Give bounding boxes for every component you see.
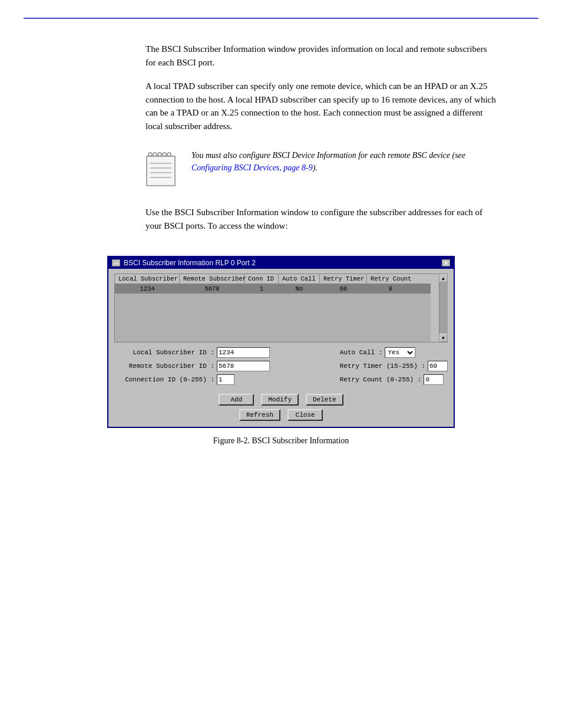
- note-link[interactable]: Configuring BSCI Devices, page 8-9: [191, 163, 313, 172]
- close-title-button[interactable]: ✕: [442, 259, 450, 266]
- table-inner: Local Subscriber Remote Subscriber Conn …: [115, 274, 431, 342]
- button-row-2: Refresh Close: [114, 409, 448, 421]
- form-row-conn: Connection ID (0-255) :: [114, 374, 270, 385]
- form-left-col: Local Subscriber ID : Remote Subscriber …: [114, 347, 270, 388]
- form-row-remote: Remote Subscriber ID :: [114, 361, 270, 371]
- content-area: The BSCI Subscriber Information window p…: [16, 42, 546, 232]
- empty-table-area: [115, 294, 431, 342]
- col-header-auto: Auto Call: [279, 274, 320, 284]
- spiral-binding: [148, 153, 171, 156]
- col-header-remote: Remote Subscriber: [180, 274, 244, 284]
- svg-point-1: [153, 153, 157, 156]
- dialog-title: BSCI Subscriber Information RLP 0 Port 2: [124, 259, 256, 267]
- svg-point-3: [163, 153, 166, 156]
- local-subscriber-input[interactable]: [217, 347, 270, 358]
- col-header-local: Local Subscriber: [115, 274, 180, 284]
- remote-subscriber-input[interactable]: [217, 361, 270, 371]
- cell-conn: 1: [244, 284, 279, 294]
- note-box: You must also configure BSCI Device Info…: [146, 149, 499, 189]
- delete-button[interactable]: Delete: [306, 394, 343, 406]
- retry-count-label: Retry Count (0-255) :: [340, 376, 422, 383]
- form-row-retrycount: Retry Count (0-255) :: [340, 374, 448, 385]
- conn-id-label: Connection ID (0-255) :: [114, 376, 214, 383]
- cell-auto: No: [279, 284, 320, 294]
- cell-local: 1234: [115, 284, 180, 294]
- form-row-retrytimer: Retry Timer (15-255) :: [340, 361, 448, 371]
- cell-remote: 5678: [180, 284, 244, 294]
- scroll-down-button[interactable]: ▼: [439, 334, 448, 342]
- page-container: The BSCI Subscriber Information window p…: [0, 18, 562, 728]
- svg-point-0: [148, 153, 152, 156]
- col-header-retry: Retry Timer: [320, 274, 367, 284]
- svg-point-4: [167, 153, 171, 156]
- notepad-icon: [146, 151, 181, 189]
- cell-retryc: 0: [367, 284, 414, 294]
- top-rule: [24, 18, 538, 19]
- auto-call-select[interactable]: Yes No: [385, 347, 415, 358]
- refresh-button[interactable]: Refresh: [239, 409, 280, 421]
- scroll-up-button[interactable]: ▲: [439, 274, 448, 282]
- table-row: 1234 5678 1 No 60 0: [115, 284, 431, 294]
- button-row-1: Add Modify Delete: [114, 394, 448, 406]
- auto-call-label: Auto Call :: [340, 349, 383, 356]
- form-columns: Local Subscriber ID : Remote Subscriber …: [114, 347, 448, 388]
- dialog-titlebar: — BSCI Subscriber Information RLP 0 Port…: [108, 257, 454, 269]
- paragraph-1: The BSCI Subscriber Information window p…: [146, 42, 499, 69]
- form-section: Local Subscriber ID : Remote Subscriber …: [114, 347, 448, 421]
- paragraph-3: Use the BSCI Subscriber Information wind…: [146, 206, 499, 232]
- form-right-col: Auto Call : Yes No Retry Timer (15-255) …: [332, 347, 448, 388]
- modify-button[interactable]: Modify: [261, 394, 299, 406]
- minimize-button[interactable]: —: [112, 259, 120, 266]
- close-button[interactable]: Close: [287, 409, 323, 421]
- titlebar-left: — BSCI Subscriber Information RLP 0 Port…: [112, 259, 256, 267]
- table-wrapper: Local Subscriber Remote Subscriber Conn …: [114, 274, 448, 342]
- local-subscriber-label: Local Subscriber ID :: [114, 349, 214, 356]
- dialog-window: — BSCI Subscriber Information RLP 0 Port…: [107, 256, 455, 428]
- svg-rect-5: [147, 156, 175, 186]
- scroll-track: [439, 282, 448, 334]
- retry-timer-input[interactable]: [428, 361, 448, 371]
- form-row-autocall: Auto Call : Yes No: [340, 347, 448, 358]
- table-container: Local Subscriber Remote Subscriber Conn …: [114, 274, 448, 342]
- cell-retry: 60: [320, 284, 367, 294]
- retry-count-input[interactable]: [424, 374, 444, 385]
- add-button[interactable]: Add: [219, 394, 254, 406]
- dialog-body: Local Subscriber Remote Subscriber Conn …: [108, 269, 454, 427]
- note-text: You must also configure BSCI Device Info…: [191, 149, 499, 174]
- col-header-conn: Conn ID: [244, 274, 279, 284]
- col-header-retryc: Retry Count: [367, 274, 414, 284]
- remote-subscriber-label: Remote Subscriber ID :: [114, 363, 214, 370]
- form-row-local: Local Subscriber ID :: [114, 347, 270, 358]
- retry-timer-label: Retry Timer (15-255) :: [340, 363, 425, 370]
- figure-caption: Figure 8-2. BSCI Subscriber Information: [213, 436, 349, 446]
- svg-point-2: [158, 153, 161, 156]
- figure-area: — BSCI Subscriber Information RLP 0 Port…: [0, 256, 562, 446]
- conn-id-input[interactable]: [217, 374, 234, 385]
- scrollbar[interactable]: ▲ ▼: [439, 274, 447, 342]
- table-header-row: Local Subscriber Remote Subscriber Conn …: [115, 274, 431, 284]
- paragraph-2: A local TPAD subscriber can specify only…: [146, 80, 499, 133]
